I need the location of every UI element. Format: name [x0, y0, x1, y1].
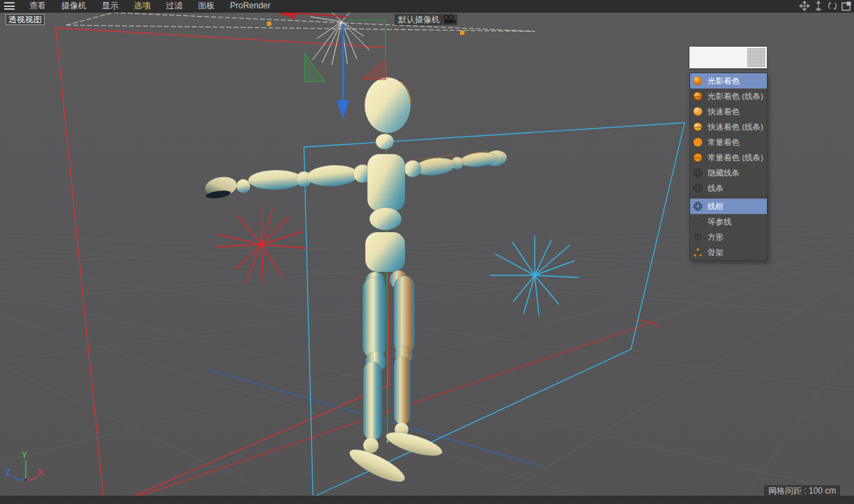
green-falloff-handle[interactable] — [305, 54, 325, 82]
mannequin-head — [365, 77, 411, 133]
mannequin-shin-left — [363, 362, 382, 440]
blue-light-icon[interactable] — [490, 236, 579, 315]
display-menu-item-10[interactable]: 方形 — [690, 229, 767, 245]
mannequin-upperarm-left — [306, 164, 358, 188]
mannequin-thigh-left — [363, 277, 386, 358]
sphere-quick-icon — [693, 107, 703, 116]
display-menu-item-label: 常量着色 — [708, 137, 740, 148]
axis-x-label: X — [38, 468, 43, 478]
dolly-view-icon[interactable] — [813, 1, 824, 11]
skeleton-icon — [693, 247, 703, 257]
menu-bar-item-3[interactable]: 选项 — [126, 0, 158, 12]
display-menu-item-4[interactable]: 常量着色 — [690, 135, 767, 150]
display-menu-item-8[interactable]: 线框 — [690, 199, 767, 214]
camera-icon — [442, 15, 456, 24]
menu-bar-item-0[interactable]: 查看 — [22, 0, 54, 12]
axis-y-label: Y — [22, 450, 27, 460]
display-menu-item-6[interactable]: 隐藏线条 — [690, 165, 767, 181]
mannequin-chest — [367, 154, 405, 211]
display-menu-item-label: 隐藏线条 — [708, 168, 740, 178]
wireframe-icon — [693, 201, 703, 211]
wire-lines-icon — [693, 183, 703, 193]
camera-name-text: 默认摄像机 — [398, 14, 440, 25]
sphere-shaded-lines-icon — [693, 91, 703, 101]
mannequin-neck — [376, 134, 394, 149]
isoparms-icon — [693, 217, 703, 227]
display-menu-item-5[interactable]: 常量着色 (线条) — [690, 150, 767, 165]
display-menu-item-1[interactable]: 光影着色 (线条) — [690, 89, 767, 104]
display-menu-item-label: 线框 — [708, 201, 724, 212]
display-menu-item-label: 光影着色 — [708, 76, 740, 86]
grid-spacing-label: 网格间距 : 100 cm — [764, 485, 840, 497]
noise-texture-patch — [747, 48, 765, 67]
menu-bar-item-4[interactable]: 过滤 — [158, 0, 190, 12]
display-menu-item-label: 方形 — [708, 232, 724, 243]
rotate-view-icon[interactable] — [827, 1, 838, 11]
world-grid — [0, 223, 854, 504]
sphere-flat-icon — [693, 137, 703, 147]
display-menu-item-9[interactable]: 等参线 — [690, 214, 767, 229]
viewport-bottom-edge — [0, 496, 854, 504]
display-menu-item-label: 快速着色 (线条) — [708, 122, 763, 132]
display-menu-item-11[interactable]: 骨架 — [690, 245, 767, 260]
display-menu-item-label: 常量着色 (线条) — [708, 153, 763, 163]
mannequin-foot-right — [383, 427, 444, 461]
display-menu-item-7[interactable]: 线条 — [690, 181, 767, 196]
c4d-viewport-window: 查看摄像机显示选项过滤面板ProRender — [0, 0, 854, 504]
wire-hidden-icon — [693, 168, 703, 178]
box-icon — [693, 232, 703, 242]
handle-dot[interactable] — [267, 22, 271, 26]
display-menu-item-2[interactable]: 快速着色 — [690, 104, 767, 119]
toggle-layout-icon[interactable] — [841, 1, 852, 11]
red-light-icon[interactable] — [215, 206, 307, 286]
red-falloff-handle[interactable] — [363, 60, 386, 79]
display-mode-menu: 光影着色光影着色 (线条)快速着色快速着色 (线条)常量着色常量着色 (线条)隐… — [689, 72, 768, 261]
menu-bar-item-5[interactable]: 面板 — [190, 0, 222, 12]
sphere-shaded-icon — [693, 76, 703, 86]
axis-z-label: Z — [6, 468, 10, 478]
sphere-flat-lines-icon — [693, 153, 703, 162]
display-menu-item-0[interactable]: 光影着色 — [690, 73, 767, 89]
display-menu-item-3[interactable]: 快速着色 (线条) — [690, 119, 767, 135]
menu-bar-items: 查看摄像机显示选项过滤面板ProRender — [22, 0, 278, 12]
menu-bar-item-2[interactable]: 显示 — [94, 0, 126, 12]
viewport-name-label[interactable]: 透视视图 — [6, 14, 45, 25]
mannequin-waist — [369, 208, 402, 230]
menu-bar-item-6[interactable]: ProRender — [222, 0, 278, 12]
menu-separator — [690, 197, 767, 198]
material-preview-swatch — [689, 47, 767, 68]
menu-bar-item-1[interactable]: 摄像机 — [54, 0, 94, 12]
display-menu-item-label: 光影着色 (线条) — [708, 91, 763, 102]
red-area-light-frame[interactable] — [56, 28, 389, 504]
orientation-axes-gizmo — [13, 460, 38, 481]
white-light-plane[interactable] — [66, 13, 535, 31]
z-axis-handle-arrow[interactable] — [337, 24, 349, 119]
pan-view-icon[interactable] — [799, 1, 810, 11]
handle-dot[interactable] — [460, 31, 464, 35]
display-menu-item-label: 骨架 — [708, 247, 724, 258]
camera-name-label[interactable]: 默认摄像机 — [395, 14, 457, 25]
mannequin-thigh-right — [394, 276, 415, 354]
viewport-nav-icons — [799, 1, 852, 11]
display-menu-item-label: 快速着色 — [708, 107, 740, 117]
mannequin-pelvis — [365, 232, 405, 272]
display-menu-item-label: 等参线 — [708, 217, 732, 227]
mannequin-shin-right — [394, 356, 411, 425]
sphere-quick-lines-icon — [693, 122, 703, 132]
hamburger-menu-icon[interactable] — [4, 2, 15, 10]
display-menu-item-label: 线条 — [708, 183, 724, 194]
viewport-menu-bar: 查看摄像机显示选项过滤面板ProRender — [0, 0, 854, 13]
mannequin-forearm-left — [248, 169, 303, 190]
